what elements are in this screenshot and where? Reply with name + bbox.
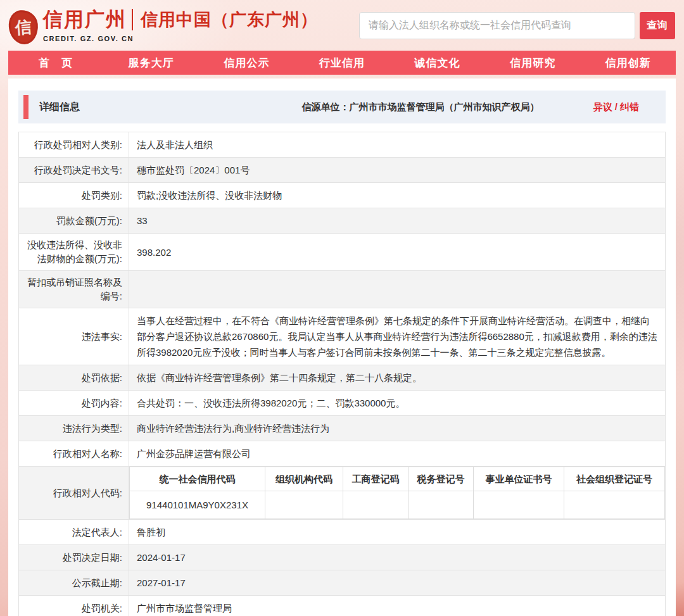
codes-value: [564, 491, 665, 519]
row-value: 商业特许经营违法行为,商业特许经营违法行为: [129, 416, 665, 441]
row-value: 统一社会信用代码组织机构代码工商登记码税务登记号事业单位证书号社会组织登记证号9…: [129, 467, 665, 519]
row-label: 处罚内容:: [19, 391, 129, 415]
nav-item-3[interactable]: 行业信用: [294, 51, 390, 75]
row-label: 处罚依据:: [19, 365, 129, 390]
table-row: 行政相对人代码:统一社会信用代码组织机构代码工商登记码税务登记号事业单位证书号社…: [19, 467, 665, 520]
row-label: 处罚机关:: [19, 596, 129, 616]
table-row: 法定代表人:鲁胜初: [19, 520, 665, 545]
row-value: [129, 271, 665, 308]
row-label: 行政相对人代码:: [19, 467, 129, 519]
source-unit: 信源单位：广州市市场监督管理局（广州市知识产权局）: [301, 101, 539, 113]
site-subtitle: 信用中国（广东广州）: [141, 8, 318, 31]
table-row: 公示截止期:2027-01-17: [19, 570, 665, 596]
row-value: 33: [129, 208, 665, 233]
codes-header: 统一社会信用代码: [130, 467, 265, 491]
seal-logo-icon: 信: [8, 9, 40, 46]
row-value: 鲁胜初: [129, 520, 665, 544]
site-domain: CREDIT. GZ. GOV. CN: [43, 35, 318, 42]
table-row: 处罚决定日期:2024-01-17: [19, 545, 665, 570]
nav-item-1[interactable]: 服务大厅: [104, 51, 200, 75]
row-value: 依据《商业特许经营管理条例》第二十四条规定，第二十八条规定。: [129, 365, 665, 390]
nav-item-5[interactable]: 信用研究: [485, 51, 581, 75]
main-nav: 首 页服务大厅信用公示行业信用诚信文化信用研究信用创新: [8, 51, 676, 75]
codes-header: 组织机构代码: [265, 467, 343, 491]
search-button[interactable]: 查询: [640, 12, 675, 39]
nav-item-4[interactable]: 诚信文化: [390, 51, 485, 75]
row-value: 当事人在经营过程中，在不符合《商业特许经营管理条例》第七条规定的条件下开展商业特…: [129, 308, 665, 365]
codes-value: [408, 491, 474, 519]
logo-text: 信用广州 信用中国（广东广州） CREDIT. GZ. GOV. CN: [43, 6, 318, 42]
row-label: 暂扣或吊销证照名称及编号:: [19, 271, 129, 308]
row-label: 行政相对人名称:: [19, 441, 129, 466]
codes-header: 事业单位证书号: [474, 467, 564, 491]
logo-divider: [132, 9, 133, 30]
codes-value: [474, 491, 564, 519]
codes-header: 工商登记码: [343, 467, 408, 491]
table-row: 没收违法所得、没收非法财物的金额(万元):398.202: [19, 234, 665, 271]
table-row: 处罚依据:依据《商业特许经营管理条例》第二十四条规定，第二十八条规定。: [19, 365, 665, 391]
table-row: 处罚机关:广州市市场监督管理局: [19, 596, 665, 616]
row-value: 广州金莎品牌运营有限公司: [129, 441, 665, 466]
codes-header: 税务登记号: [408, 467, 474, 491]
detail-card: 详细信息 信源单位：广州市市场监督管理局（广州市知识产权局） 异议 / 纠错 行…: [8, 79, 676, 616]
page-title: 详细信息: [39, 101, 80, 114]
row-label: 违法事实:: [19, 308, 129, 365]
site-name: 信用广州: [43, 6, 127, 33]
nav-item-2[interactable]: 信用公示: [199, 51, 294, 75]
site-logo: 信 信用广州 信用中国（广东广州） CREDIT. GZ. GOV. CN: [9, 6, 318, 44]
row-label: 没收违法所得、没收非法财物的金额(万元):: [19, 234, 129, 270]
row-value: 法人及非法人组织: [129, 132, 665, 157]
nav-item-6[interactable]: 信用创新: [580, 51, 676, 75]
row-value: 广州市市场监督管理局: [129, 596, 665, 616]
detail-table: 行政处罚相对人类别:法人及非法人组织行政处罚决定书文号:穗市监处罚〔2024〕0…: [18, 132, 666, 616]
codes-header: 社会组织登记证号: [564, 467, 665, 491]
row-label: 行政处罚决定书文号:: [19, 158, 129, 182]
detail-header: 详细信息 信源单位：广州市市场监督管理局（广州市知识产权局） 异议 / 纠错: [18, 91, 666, 123]
row-value: 2024-01-17: [129, 545, 665, 570]
table-row: 违法行为类型:商业特许经营违法行为,商业特许经营违法行为: [19, 416, 665, 441]
row-value: 398.202: [129, 234, 665, 270]
search-input[interactable]: [359, 12, 635, 39]
accent-bar: [23, 95, 28, 119]
nav-item-0[interactable]: 首 页: [8, 51, 104, 75]
row-label: 处罚类别:: [19, 183, 129, 208]
row-value: 2027-01-17: [129, 570, 665, 595]
table-row: 行政相对人名称:广州金莎品牌运营有限公司: [19, 441, 665, 467]
row-label: 违法行为类型:: [19, 416, 129, 441]
codes-value: [343, 491, 408, 519]
table-row: 罚款金额(万元):33: [19, 208, 665, 234]
dispute-correction-link[interactable]: 异议 / 纠错: [593, 101, 639, 113]
row-value: 合共处罚：一、没收违法所得3982020元；二、罚款330000元。: [129, 391, 665, 415]
entity-codes-table: 统一社会信用代码组织机构代码工商登记码税务登记号事业单位证书号社会组织登记证号9…: [129, 467, 665, 519]
row-label: 处罚决定日期:: [19, 545, 129, 570]
codes-value: 91440101MA9Y0X231X: [130, 491, 265, 519]
table-row: 行政处罚相对人类别:法人及非法人组织: [19, 132, 665, 158]
codes-value: [265, 491, 343, 519]
table-row: 处罚内容:合共处罚：一、没收违法所得3982020元；二、罚款330000元。: [19, 391, 665, 416]
row-label: 罚款金额(万元):: [19, 208, 129, 233]
row-value: 穗市监处罚〔2024〕001号: [129, 158, 665, 182]
site-header: 信 信用广州 信用中国（广东广州） CREDIT. GZ. GOV. CN 查询: [0, 0, 684, 51]
row-value: 罚款;没收违法所得、没收非法财物: [129, 183, 665, 208]
search-area: 查询: [359, 12, 675, 39]
row-label: 法定代表人:: [19, 520, 129, 544]
row-label: 行政处罚相对人类别:: [19, 132, 129, 157]
row-label: 公示截止期:: [19, 570, 129, 595]
table-row: 暂扣或吊销证照名称及编号:: [19, 271, 665, 308]
table-row: 违法事实:当事人在经营过程中，在不符合《商业特许经营管理条例》第七条规定的条件下…: [19, 308, 665, 365]
table-row: 处罚类别:罚款;没收违法所得、没收非法财物: [19, 183, 665, 208]
table-row: 行政处罚决定书文号:穗市监处罚〔2024〕001号: [19, 158, 665, 183]
